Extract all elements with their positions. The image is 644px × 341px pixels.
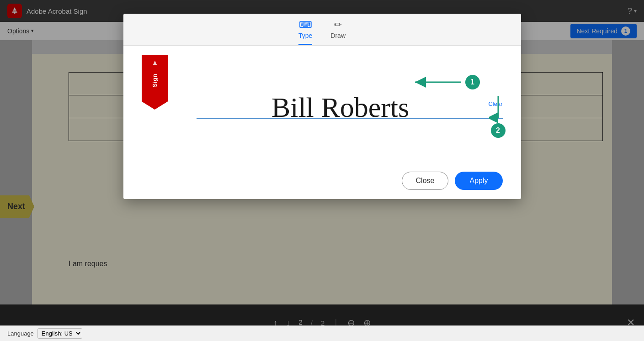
annotation-2: 2 [489, 96, 507, 138]
close-button[interactable]: Close [402, 172, 449, 190]
annotation-circle-2: 2 [491, 123, 506, 138]
signature-modal: ⌨ Type ✏ Draw Sign Bill Roberts [123, 14, 521, 199]
tab-type-label: Type [298, 32, 312, 39]
tab-draw-label: Draw [330, 32, 346, 39]
signature-text: Bill Roberts [271, 91, 409, 124]
sign-badge-icon [151, 59, 159, 70]
sign-badge-text: Sign [152, 73, 158, 87]
tab-type[interactable]: ⌨ Type [298, 19, 312, 45]
language-bar: Language English: US [0, 325, 644, 341]
modal-body: Sign Bill Roberts 1 [123, 46, 521, 164]
annotation-1: 1 [410, 73, 480, 91]
annotation-arrow-2 [489, 96, 507, 123]
draw-icon: ✏ [334, 19, 342, 30]
modal-footer: Close Apply [123, 164, 521, 199]
apply-button[interactable]: Apply [455, 172, 502, 190]
sign-badge: Sign [142, 55, 168, 110]
tab-draw[interactable]: ✏ Draw [330, 19, 346, 45]
language-select[interactable]: English: US [37, 328, 82, 339]
annotation-circle-1: 1 [465, 75, 480, 89]
keyboard-icon: ⌨ [299, 19, 312, 30]
language-label: Language [7, 330, 34, 337]
annotation-arrow-1 [410, 73, 465, 91]
modal-header: ⌨ Type ✏ Draw [123, 14, 521, 46]
signature-preview-area: Bill Roberts 1 [178, 55, 503, 146]
